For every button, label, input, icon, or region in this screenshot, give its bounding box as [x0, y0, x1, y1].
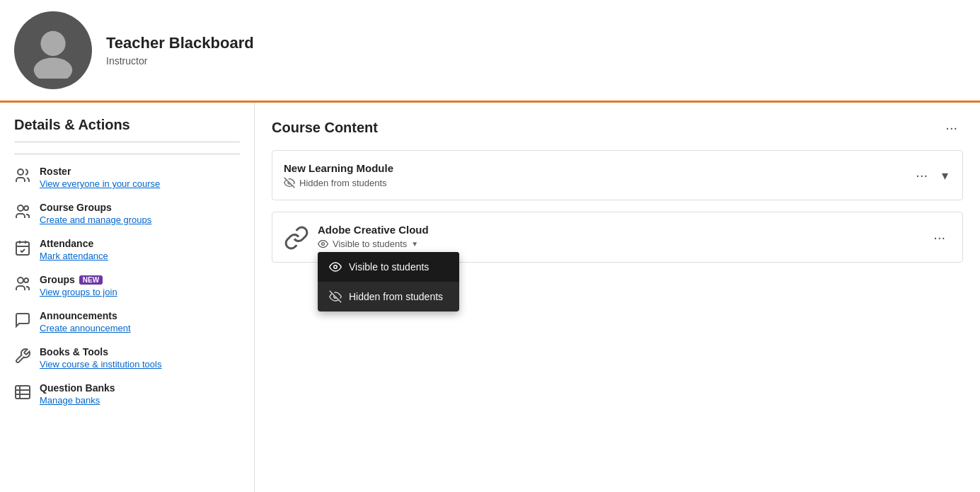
dropdown-visible-label: Visible to students [349, 261, 429, 273]
attendance-icon [14, 239, 31, 256]
content-header: Course Content ··· [272, 117, 963, 139]
content-area: Course Content ··· New Learning Module H… [255, 103, 980, 492]
item-more-button[interactable]: ··· [928, 227, 951, 248]
dropdown-option-visible[interactable]: Visible to students [318, 252, 459, 282]
sidebar-item-attendance: Attendance Mark attendance [14, 238, 240, 261]
module-card-header: New Learning Module Hidden from students… [272, 151, 962, 200]
sidebar-item-books-tools-content: Books & Tools View course & institution … [40, 346, 161, 370]
sidebar-item-question-banks-content: Question Banks Manage banks [40, 382, 115, 406]
visibility-dropdown-trigger[interactable]: Visible to students ▼ Visible to student… [318, 239, 429, 249]
roster-label: Roster [40, 166, 160, 177]
module-expand-button[interactable]: ▾ [939, 165, 951, 186]
item-status-text: Visible to students [333, 239, 407, 249]
tools-icon [14, 348, 31, 365]
groups-link[interactable]: View groups to join [40, 287, 117, 297]
dropdown-option-hidden[interactable]: Hidden from students [318, 282, 459, 311]
content-item-header: Adobe Creative Cloud Visible to students… [272, 212, 962, 262]
question-banks-label: Question Banks [40, 382, 115, 394]
content-title: Course Content [272, 120, 378, 136]
visibility-dropdown: Visible to students Hidden from students [318, 252, 459, 311]
dropdown-hidden-label: Hidden from students [349, 291, 443, 302]
module-card-title: New Learning Module [284, 162, 393, 174]
sidebar-item-course-groups: Course Groups Create and manage groups [14, 202, 240, 225]
sidebar: Details & Actions Roster View everyone i… [0, 103, 255, 492]
course-groups-label: Course Groups [40, 202, 151, 213]
module-status-text: Hidden from students [299, 178, 387, 188]
svg-point-17 [334, 265, 338, 269]
sidebar-item-attendance-content: Attendance Mark attendance [40, 238, 108, 261]
svg-point-10 [24, 278, 28, 282]
svg-point-0 [40, 31, 65, 56]
eye-icon-visible [329, 261, 342, 273]
content-item-left: Adobe Creative Cloud Visible to students… [284, 224, 429, 251]
sidebar-item-groups: Groups NEW View groups to join [14, 274, 240, 297]
svg-point-9 [18, 278, 23, 283]
avatar [14, 11, 92, 89]
sidebar-divider [14, 154, 240, 154]
svg-point-16 [322, 243, 325, 246]
module-more-button[interactable]: ··· [910, 164, 933, 186]
sidebar-item-course-groups-content: Course Groups Create and manage groups [40, 202, 151, 225]
people-icon [14, 167, 31, 184]
svg-rect-5 [16, 242, 29, 255]
question-banks-link[interactable]: Manage banks [40, 395, 115, 406]
books-tools-label: Books & Tools [40, 346, 161, 357]
module-card-left: New Learning Module Hidden from students [284, 162, 393, 188]
eye-icon-item [318, 239, 328, 249]
sidebar-item-roster: Roster View everyone in your course [14, 166, 240, 189]
svg-point-3 [18, 205, 23, 211]
user-name: Teacher Blackboard [106, 34, 254, 52]
new-badge: NEW [79, 275, 103, 285]
groups2-icon [14, 275, 31, 292]
sidebar-item-question-banks: Question Banks Manage banks [14, 382, 240, 406]
content-more-button[interactable]: ··· [940, 117, 963, 139]
course-groups-link[interactable]: Create and manage groups [40, 214, 151, 225]
announcements-label: Announcements [40, 310, 131, 321]
content-item-info: Adobe Creative Cloud Visible to students… [318, 224, 429, 249]
page-header: Teacher Blackboard Instructor [0, 0, 980, 103]
sidebar-title: Details & Actions [14, 117, 240, 142]
link-icon [284, 225, 309, 251]
sidebar-item-announcements-content: Announcements Create announcement [40, 310, 131, 333]
eye-off-icon-module [284, 177, 295, 188]
header-info: Teacher Blackboard Instructor [106, 34, 254, 67]
announcements-link[interactable]: Create announcement [40, 323, 131, 333]
user-role: Instructor [106, 55, 254, 67]
groups-icon [14, 203, 31, 220]
svg-point-2 [18, 169, 23, 175]
groups-label: Groups NEW [40, 274, 117, 285]
sidebar-item-announcements: Announcements Create announcement [14, 310, 240, 333]
module-card: New Learning Module Hidden from students… [272, 150, 963, 200]
svg-point-1 [34, 57, 72, 79]
content-item-card: Adobe Creative Cloud Visible to students… [272, 212, 963, 263]
sidebar-item-roster-content: Roster View everyone in your course [40, 166, 160, 189]
attendance-label: Attendance [40, 238, 108, 249]
main-layout: Details & Actions Roster View everyone i… [0, 103, 980, 492]
svg-point-4 [24, 206, 28, 210]
roster-link[interactable]: View everyone in your course [40, 178, 160, 189]
svg-rect-11 [16, 386, 30, 399]
content-item-title: Adobe Creative Cloud [318, 224, 429, 236]
sidebar-item-groups-content: Groups NEW View groups to join [40, 274, 117, 297]
module-card-status: Hidden from students [284, 177, 393, 188]
sidebar-item-books-tools: Books & Tools View course & institution … [14, 346, 240, 370]
announcements-icon [14, 311, 31, 328]
dropdown-arrow-icon: ▼ [411, 240, 418, 248]
module-card-right: ··· ▾ [910, 164, 951, 186]
attendance-link[interactable]: Mark attendance [40, 251, 108, 261]
eye-off-icon-hidden [329, 290, 342, 303]
books-tools-link[interactable]: View course & institution tools [40, 359, 161, 370]
banks-icon [14, 384, 31, 401]
